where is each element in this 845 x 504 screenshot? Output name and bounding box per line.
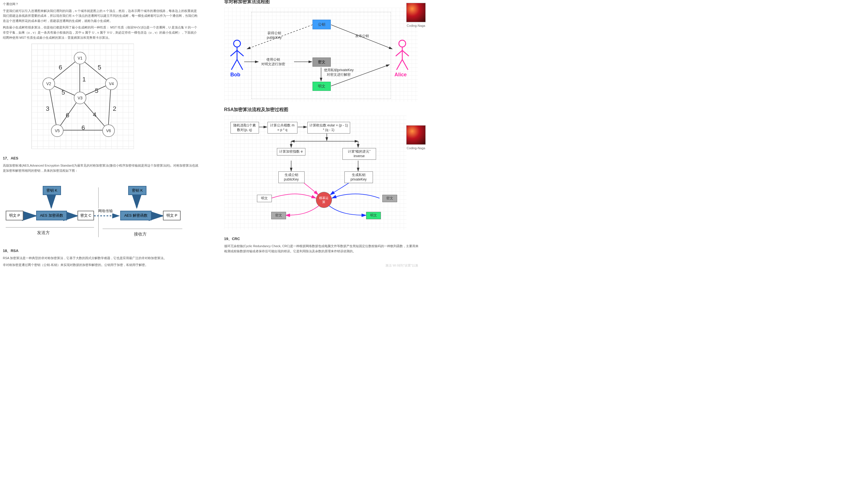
proc-plain-l: 明文 — [257, 195, 272, 202]
proc-plain-r: 明文 — [366, 212, 381, 219]
aes-dec-fn: AES 解密函数 — [120, 211, 152, 220]
author-widget-2: Coding-Naga — [404, 125, 428, 150]
right-column: 非对称加密算法流程图 — [218, 0, 420, 269]
svg-line-25 — [402, 50, 409, 56]
left-column: 个通信网？ 于是我们就可以引入连通图来解决我们遇到的问题，n 个城市就是图上的 … — [3, 0, 207, 269]
node-v1: V1 — [74, 52, 86, 64]
proc-cipher-r: 密文 — [382, 195, 397, 202]
mst-graph-figure: V1 V2 V3 V4 V5 V6 6 1 5 5 3 5 6 4 2 6 — [31, 43, 134, 149]
proc-randpq: 随机选取1个素 数对(p, q) — [230, 122, 259, 133]
aes-plain-right: 明文 P — [163, 211, 181, 220]
author-name-2: Coding-Naga — [407, 146, 425, 150]
asym-getpub: 获得公钥 publicKey — [267, 31, 282, 40]
w-v1v3: 1 — [82, 76, 86, 83]
intro-tail: 个通信网？ — [3, 2, 198, 7]
proc-genpub: 生成公钥 publicKey — [278, 172, 304, 183]
w-v3v5: 6 — [66, 112, 69, 119]
w-v2v3: 5 — [61, 89, 65, 96]
proc-eular: 计算欧拉数 eular = (p - 1) * (q - 1) — [307, 122, 350, 133]
node-v3: V3 — [74, 92, 86, 104]
aes-net-label: 网络传输 — [98, 209, 113, 214]
w-v4v6: 2 — [113, 105, 116, 112]
svg-line-19 — [237, 50, 244, 56]
proc-cipher-l: 密文 — [271, 212, 286, 219]
bob-label: Bob — [230, 72, 241, 78]
proc-title: RSA加密算法流程及加密过程图 — [224, 107, 420, 113]
node-v6: V6 — [102, 124, 115, 137]
aes-receiver: 接收方 — [134, 232, 147, 237]
aes-cipher: 密文 C — [77, 211, 94, 220]
asym-pubkey: 公钥 — [313, 20, 331, 29]
svg-point-16 — [234, 40, 241, 47]
mst-para2: 构造最小生成树有很多算法，但是他们都是利用了最小生成树的同一种性质： MST 性… — [3, 25, 198, 40]
asym-enclabel: 使用公钥 对明文进行加密 — [261, 57, 285, 66]
aes-plain-left: 明文 P — [6, 211, 23, 220]
bob-icon — [227, 39, 247, 74]
w-v3v4: 5 — [95, 87, 98, 94]
author-name-1: Coding-Naga — [407, 24, 425, 27]
node-v5: V5 — [51, 124, 64, 137]
heading-rsa: 18、RSA — [3, 248, 198, 253]
node-v2: V2 — [42, 77, 55, 90]
asym-declabel: 使用私钥privateKey 对密文进行解密 — [324, 68, 354, 77]
aes-enc-fn: AES 加密函数 — [36, 211, 67, 220]
svg-line-27 — [402, 59, 408, 70]
author-avatar-1 — [406, 3, 426, 22]
w-v1v4: 5 — [98, 64, 101, 71]
rsa-process-figure: 随机选取1个素 数对(p, q) 计算公共模数 m = p * q 计算欧拉数 … — [224, 115, 407, 230]
proc-modulus: 计算公共模数 m = p * q — [267, 122, 297, 133]
aes-key-right: 密钥 K — [128, 186, 146, 195]
svg-line-20 — [231, 59, 237, 70]
mst-para1: 于是我们就可以引入连通图来解决我们遇到的问题，n 个城市就是图上的 n 个顶点，… — [3, 8, 198, 24]
aes-underline-right — [103, 229, 182, 229]
aes-sender: 发送方 — [37, 230, 50, 235]
node-v4: V4 — [105, 77, 118, 90]
rsa-line2: 非对称加密是通过两个密钥（公钥-私钥）来实现对数据的加密和解密的。公钥用于加密，… — [3, 263, 198, 268]
svg-line-18 — [230, 50, 237, 56]
asym-cipher: 密文 — [313, 57, 331, 67]
w-v5v6: 6 — [82, 124, 85, 131]
watermark: 激活 Wi 转到"设置"以激 — [385, 264, 418, 267]
w-v1v2: 6 — [59, 64, 62, 71]
proc-expe: 计算加密指数 e — [277, 148, 305, 156]
svg-point-22 — [399, 40, 406, 47]
author-avatar-2 — [406, 125, 426, 145]
asym-plain: 明文 — [313, 82, 331, 91]
aes-key-left: 密钥 K — [43, 186, 61, 195]
aes-underline-left — [6, 227, 94, 228]
aes-flow-figure: 密钥 K 明文 P AES 加密函数 密文 C 网络传输 密钥 K AES 解密… — [3, 179, 185, 241]
svg-line-26 — [397, 59, 402, 70]
asym-figure: Bob Alice 公钥 获得公钥 publicKey 发布公钥 使用公钥 对明… — [224, 8, 418, 102]
asym-issuepub: 发布公钥 — [355, 34, 369, 38]
aes-desc: 高级加密标准(AES,Advanced Encryption Standard)… — [3, 163, 198, 173]
heading-aes: 17、AES — [3, 156, 198, 161]
aes-arrows — [3, 179, 185, 241]
svg-line-8 — [108, 84, 111, 130]
heading-crc: 19、CRC — [224, 236, 420, 241]
proc-modexp: 模幂运 算 — [316, 192, 332, 208]
author-widget-1: Coding-Naga — [404, 3, 428, 27]
proc-genpriv: 生成私钥 privateKey — [345, 172, 373, 183]
svg-line-24 — [396, 50, 402, 56]
alice-icon — [392, 39, 412, 74]
asym-title: 非对称加密算法流程图 — [224, 0, 420, 5]
alice-label: Alice — [394, 72, 407, 78]
proc-inverse: 计算“模的逆元” inverse — [342, 148, 376, 160]
w-v3v6: 4 — [93, 111, 96, 119]
svg-line-4 — [49, 84, 57, 130]
rsa-line1: RSA 加密算法是一种典型的非对称加密算法，它基于大数的因式分解数学难题，它也是… — [3, 256, 198, 261]
svg-line-21 — [237, 59, 243, 70]
crc-desc: 循环冗余校验(Cyclic Redundancy Check, CRC)是一种根… — [224, 244, 420, 254]
w-v2v5: 3 — [46, 105, 49, 112]
